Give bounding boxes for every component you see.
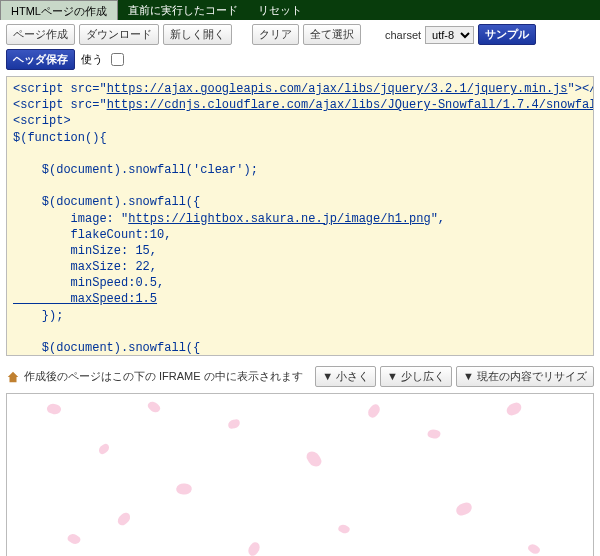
- wider-button[interactable]: ▼ 少し広く: [380, 366, 452, 387]
- smaller-button[interactable]: ▼ 小さく: [315, 366, 376, 387]
- petal-icon: [427, 428, 442, 440]
- code-editor[interactable]: <script src="https://ajax.googleapis.com…: [6, 76, 594, 356]
- clear-button[interactable]: クリア: [252, 24, 299, 45]
- footer-bar: 作成後のページはこの下の IFRAME の中に表示されます ▼ 小さく ▼ 少し…: [0, 362, 600, 391]
- select-all-button[interactable]: 全て選択: [303, 24, 361, 45]
- use-label: 使う: [81, 52, 103, 67]
- petal-icon: [246, 540, 263, 556]
- resize-current-button[interactable]: ▼ 現在の内容でリサイズ: [456, 366, 594, 387]
- download-button[interactable]: ダウンロード: [79, 24, 159, 45]
- page-create-button[interactable]: ページ作成: [6, 24, 75, 45]
- use-checkbox[interactable]: [111, 53, 124, 66]
- sample-button[interactable]: サンプル: [478, 24, 536, 45]
- open-new-button[interactable]: 新しく開く: [163, 24, 232, 45]
- petal-icon: [227, 419, 240, 429]
- petal-icon: [455, 501, 474, 516]
- footer-text: 作成後のページはこの下の IFRAME の中に表示されます: [24, 369, 311, 384]
- petal-icon: [175, 482, 192, 496]
- home-icon: [6, 370, 20, 384]
- tab-last-code[interactable]: 直前に実行したコード: [118, 0, 248, 20]
- snowfall-url-link[interactable]: https://cdnjs.cloudflare.com/ajax/libs/J…: [107, 98, 594, 112]
- petal-icon: [337, 523, 351, 535]
- petal-icon: [66, 532, 81, 546]
- petal-icon: [505, 401, 523, 417]
- petal-icon: [97, 443, 111, 456]
- tab-create-html[interactable]: HTMLページの作成: [0, 0, 118, 20]
- header-save-button[interactable]: ヘッダ保存: [6, 49, 75, 70]
- petal-icon: [146, 399, 161, 414]
- image-h1-link[interactable]: https://lightbox.sakura.ne.jp/image/h1.p…: [128, 212, 430, 226]
- petal-icon: [527, 542, 542, 556]
- petal-icon: [115, 511, 132, 527]
- petal-icon: [366, 403, 383, 420]
- petal-icon: [305, 449, 324, 470]
- petal-icon: [46, 402, 63, 416]
- charset-select[interactable]: utf-8: [425, 26, 474, 44]
- tab-bar: HTMLページの作成 直前に実行したコード リセット: [0, 0, 600, 20]
- toolbar: ページ作成 ダウンロード 新しく開く クリア 全て選択 charset utf-…: [0, 20, 600, 74]
- jquery-url-link[interactable]: https://ajax.googleapis.com/ajax/libs/jq…: [107, 82, 568, 96]
- charset-label: charset: [385, 29, 421, 41]
- tab-reset[interactable]: リセット: [248, 0, 312, 20]
- iframe-preview: [6, 393, 594, 556]
